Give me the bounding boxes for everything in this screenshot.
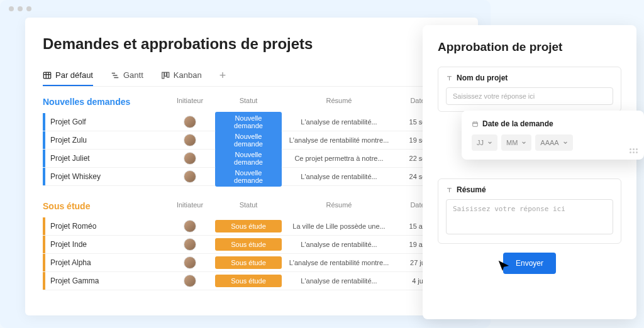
col-summary: Résumé [286,201,392,215]
status-badge: Sous étude [215,275,282,287]
cell-initiator [169,238,211,251]
drag-handle[interactable] [630,148,638,153]
cell-summary: L'analyse de rentabilité... [286,241,392,248]
tab-gantt-label: Gantt [123,70,143,80]
cell-name: Projet Golf [50,118,169,126]
tab-kanban[interactable]: Kanban [161,65,202,86]
date-field-card[interactable]: Date de la demande JJ MM AAAA [462,111,644,160]
cell-name: Projet Whiskey [50,172,169,181]
svg-rect-0 [43,72,50,79]
cell-status[interactable]: Nouvelle demande [211,167,286,187]
summary-label: Résumé [457,185,486,194]
group-under-study: Sous étude Initiateur Statut Résumé Date… [43,201,460,290]
project-name-label: Nom du projet [457,74,508,82]
date-day-select[interactable]: JJ [472,134,497,151]
svg-rect-7 [162,72,164,79]
form-label-row: Date de la demande [472,119,634,128]
cell-summary: Ce projet permettra à notre... [286,155,392,162]
status-badge: Nouvelle demande [215,167,282,187]
avatar[interactable] [184,170,196,183]
cell-name: Projet Juliet [50,154,169,163]
column-headers: Sous étude Initiateur Statut Résumé Date [43,201,460,215]
col-initiator: Initiateur [169,97,211,111]
cell-summary: L'analyse de rentabilité montre... [286,259,392,266]
row-accent [43,272,45,290]
svg-rect-10 [473,122,478,126]
cell-status[interactable]: Nouvelle demande [211,130,286,150]
column-headers: Nouvelles demandes Initiateur Statut Rés… [43,97,460,111]
text-icon [446,75,453,82]
main-panel: Demandes et approbations de projets Par … [25,18,478,315]
approval-form-panel: Approbation de projet Nom du projet Résu… [423,25,636,319]
table-row[interactable]: Projet IndeSous étudeL'analyse de rentab… [43,236,460,254]
calendar-icon [472,121,479,128]
cell-summary: L'analyse de rentabilité... [286,173,392,180]
status-badge: Nouvelle demande [215,130,282,150]
cell-name: Projet Zulu [50,136,169,145]
status-badge: Nouvelle demande [215,148,282,168]
avatar[interactable] [184,116,196,128]
page-title: Demandes et approbations de projets [43,35,460,53]
cell-name: Projet Roméo [50,222,169,231]
avatar[interactable] [184,238,196,251]
cell-initiator [169,170,211,183]
submit-button[interactable]: Envoyer [503,253,556,274]
text-icon [446,187,453,194]
avatar[interactable] [184,134,196,146]
cell-summary: La ville de Lille possède une... [286,222,392,230]
table-row[interactable]: Projet WhiskeyNouvelle demandeL'analyse … [43,168,460,186]
cell-status[interactable]: Sous étude [211,220,286,232]
avatar[interactable] [184,275,196,287]
date-day-label: JJ [477,139,484,146]
tab-default[interactable]: Par défaut [43,65,93,86]
form-label-row: Résumé [446,185,613,194]
cell-name: Projet Gamma [50,276,169,285]
tab-default-label: Par défaut [55,70,93,80]
tab-gantt[interactable]: Gantt [111,65,143,86]
date-selects: JJ MM AAAA [472,134,634,151]
col-summary: Résumé [286,97,392,111]
table-row[interactable]: Projet JulietNouvelle demandeCe projet p… [43,150,460,168]
cell-summary: L'analyse de rentabilité montre... [286,136,392,144]
cell-status[interactable]: Sous étude [211,275,286,287]
form-title: Approbation de projet [438,40,621,54]
cell-status[interactable]: Sous étude [211,256,286,269]
date-year-select[interactable]: AAAA [535,134,572,151]
avatar[interactable] [184,152,196,165]
cell-status[interactable]: Nouvelle demande [211,148,286,168]
window-controls [9,6,31,11]
group-heading-study[interactable]: Sous étude [43,201,169,211]
cell-initiator [169,134,211,146]
kanban-icon [161,71,170,80]
date-month-select[interactable]: MM [501,134,531,151]
add-view-button[interactable]: + [219,69,226,82]
table-row[interactable]: Projet GolfNouvelle demandeL'analyse de … [43,113,460,131]
col-initiator: Initiateur [169,201,211,215]
status-badge: Sous étude [215,238,282,251]
table-row[interactable]: Projet ZuluNouvelle demandeL'analyse de … [43,131,460,150]
table-row[interactable]: Projet GammaSous étudeL'analyse de renta… [43,272,460,290]
chevron-down-icon [563,140,568,145]
cell-status[interactable]: Sous étude [211,238,286,251]
project-name-input[interactable] [446,87,613,105]
row-accent [43,236,45,253]
avatar[interactable] [184,256,196,269]
summary-textarea[interactable] [446,199,613,234]
svg-rect-8 [164,72,166,76]
group-heading-new[interactable]: Nouvelles demandes [43,97,169,107]
status-badge: Nouvelle demande [215,112,282,132]
col-status: Statut [211,201,286,215]
table-row[interactable]: Projet RoméoSous étudeLa ville de Lille … [43,217,460,236]
cell-status[interactable]: Nouvelle demande [211,112,286,132]
cell-initiator [169,152,211,165]
form-group-summary: Résumé [438,178,621,244]
row-accent [43,254,45,271]
row-accent [43,168,45,185]
avatar[interactable] [184,220,196,232]
table-row[interactable]: Projet AlphaSous étudeL'analyse de renta… [43,254,460,272]
row-accent [43,131,45,149]
cell-initiator [169,220,211,232]
chevron-down-icon [487,140,492,145]
col-status: Statut [211,97,286,111]
cell-initiator [169,116,211,128]
